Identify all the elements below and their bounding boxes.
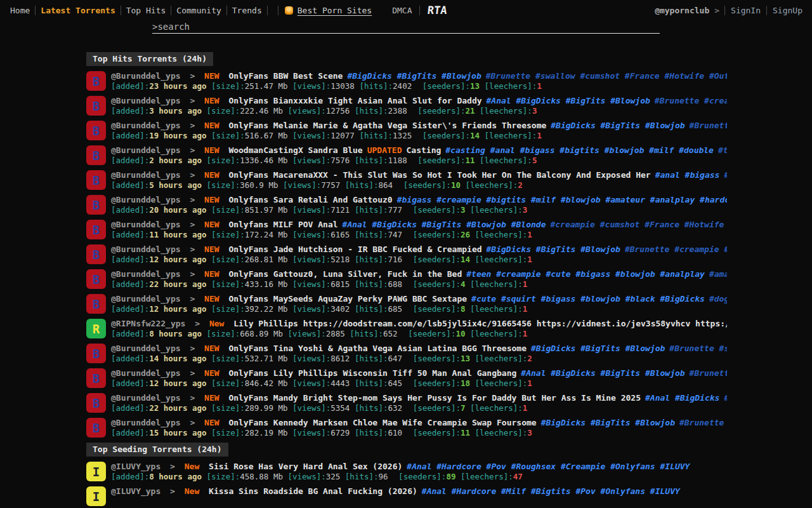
uploader-username[interactable]: @Burunddel_yps xyxy=(111,121,181,130)
uploader-username[interactable]: @Burunddel_yps xyxy=(111,269,181,279)
best-porn-sites-link[interactable]: Best Porn Sites xyxy=(278,6,378,15)
torrent-tags[interactable]: #Brunette #creampie #France #… xyxy=(625,244,727,254)
torrent-title[interactable]: Onlyfans Sara Retali And Gattouz0 xyxy=(228,195,392,204)
uploader-username[interactable]: @Burunddel_yps xyxy=(111,220,181,229)
meta-value: 645 xyxy=(388,378,403,388)
torrent-tags[interactable]: #Anal #BigDicks #BigTits #Blowjob xyxy=(521,368,684,378)
uploader-avatar[interactable]: B xyxy=(86,244,106,264)
nav-latest-torrents[interactable]: Latest Torrents xyxy=(36,6,120,15)
torrent-tags[interactable]: #Anal #BigDicks xyxy=(645,393,719,403)
torrent-tags[interactable]: #Brunette #creampie #cu… xyxy=(655,96,727,105)
uploader-avatar[interactable]: B xyxy=(86,145,106,165)
torrent-title[interactable]: OnlyFans Jade Hutchison - IR BBC Fucked … xyxy=(228,244,481,254)
uploader-username[interactable]: @Burunddel_yps xyxy=(111,195,181,204)
meta-label: [size]: xyxy=(207,329,240,338)
torrent-title[interactable]: Onlyfans MaySeeds AquaZay Perky PAWG BBC… xyxy=(228,294,467,304)
uploader-avatar[interactable]: I xyxy=(86,462,106,481)
torrent-title[interactable]: Kissa Sins Roadside BG Anal Fucking (202… xyxy=(209,486,417,496)
torrent-tags[interactable]: #Brunette #swallow #cumshot #France #Hot… xyxy=(486,71,727,81)
uploader-username[interactable]: @Burunddel_yps xyxy=(111,393,181,403)
torrent-tags[interactable]: #cute #squirt #bigass #blowjob #black #B… xyxy=(471,294,705,304)
torrent-title[interactable]: OnlyFans Kennedy Marksen Chloe Mae Wife … xyxy=(228,418,536,427)
uploader-username[interactable]: @ILUVY_yps xyxy=(111,462,160,471)
uploader-username[interactable]: @Burunddel_yps xyxy=(111,170,181,180)
account-menu[interactable]: @mypornclub xyxy=(650,6,714,15)
uploader-avatar[interactable]: B xyxy=(86,294,106,314)
torrent-title[interactable]: OnlyFans Mandy Bright Step-mom Says Her … xyxy=(228,393,641,403)
section-rows: B @Burunddel_yps > NEW OnlyFans BBW Best… xyxy=(86,71,727,438)
nav-home[interactable]: Home xyxy=(5,6,35,15)
torrent-lines: @Burunddel_yps > NEW OnlyFans Tina Yoshi… xyxy=(111,344,727,364)
torrent-tags[interactable]: #BigDicks #BigTits #Blowjob xyxy=(531,344,665,353)
nav-community[interactable]: Community xyxy=(171,6,226,15)
uploader-username[interactable]: @Burunddel_yps xyxy=(111,71,181,81)
uploader-avatar[interactable]: B xyxy=(86,195,106,215)
torrent-tags[interactable]: #casting #anal #bigass #bigtits #blowjob… xyxy=(445,145,714,155)
uploader-avatar[interactable]: B xyxy=(86,393,106,413)
torrent-tags[interactable]: #BigDicks #BigTits #Blowjob xyxy=(347,71,481,81)
uploader-avatar[interactable]: B xyxy=(86,269,106,289)
uploader-avatar[interactable]: B xyxy=(86,170,106,190)
torrent-title[interactable]: Lily Phillips https://doodstream.com/e/l… xyxy=(233,319,727,328)
uploader-username[interactable]: @Burunddel_yps xyxy=(111,145,181,155)
nav-trends[interactable]: Trends xyxy=(227,6,267,15)
uploader-avatar[interactable]: B xyxy=(86,96,106,116)
torrent-title[interactable]: OnlyFans MacarenaXXX - This Slut Was So … xyxy=(228,170,650,180)
uploader-username[interactable]: @Burunddel_yps xyxy=(111,344,181,353)
torrent-tags[interactable]: #Brunette #swall… xyxy=(690,368,727,378)
uploader-avatar[interactable]: B xyxy=(86,418,106,438)
signup-link[interactable]: SignUp xyxy=(767,6,808,15)
torrent-title[interactable]: OnlyFans BBW Best Scene xyxy=(228,71,343,81)
torrent-title[interactable]: WoodmanCastingX Sandra Blue xyxy=(228,145,362,155)
uploader-avatar[interactable]: B xyxy=(86,368,106,388)
torrent-lines: @Burunddel_yps > NEW OnlyFans Bianxxxkie… xyxy=(111,96,727,116)
torrent-tags[interactable]: #Brunette #swall… xyxy=(690,121,727,130)
torrent-tags[interactable]: #Anal #BigDicks #BigTits #Blowjob xyxy=(487,96,650,105)
torrent-tags[interactable]: #Anal #BigDicks #BigTits #Blowjob #Blond… xyxy=(343,220,546,229)
torrent-tags[interactable]: #interrac… xyxy=(724,170,727,180)
torrent-tags[interactable]: #BigDicks #BigTits #Blowjob xyxy=(541,418,675,427)
dmca-link[interactable]: DMCA xyxy=(378,6,419,15)
uploader-avatar[interactable]: B xyxy=(86,344,106,363)
torrent-tags[interactable]: #amateur #ha… xyxy=(709,269,727,279)
torrent-tags[interactable]: #BigTits … xyxy=(724,393,727,403)
uploader-username[interactable]: @Burunddel_yps xyxy=(111,368,181,378)
torrent-tags[interactable]: #Anal #Hardcore #Pov #Roughsex #Creampie… xyxy=(407,462,690,471)
torrent-tags[interactable]: #doggystyle … xyxy=(709,294,727,304)
uploader-username[interactable]: @Burunddel_yps xyxy=(111,96,181,105)
torrent-tags[interactable]: #Anal #Hardcore #Milf #Bigtits #Pov #Onl… xyxy=(422,486,680,496)
torrent-title[interactable]: OnlyFans Gattouz0, Luna Silver, Fuck in … xyxy=(228,269,462,279)
signin-link[interactable]: SignIn xyxy=(725,6,766,15)
torrent-title[interactable]: OnlyFans Bianxxxkie Tight Asian Anal Slu… xyxy=(228,96,481,105)
torrent-tags[interactable]: #threesome… xyxy=(718,145,727,155)
search-input[interactable] xyxy=(157,22,639,32)
uploader-avatar[interactable]: B xyxy=(86,71,106,91)
torrent-title[interactable]: Sisi Rose Has Very Hard Anal Sex (2026) xyxy=(209,462,402,471)
torrent-tags[interactable]: #anal #bigass xyxy=(655,170,720,180)
meta-value: 11 xyxy=(465,156,475,165)
torrent-tags[interactable]: #Brunette #swallow… xyxy=(679,418,727,427)
torrent-tags[interactable]: #bigass #creampie #bigtits #milf #blowjo… xyxy=(397,195,727,204)
torrent-title[interactable]: Casting xyxy=(407,145,442,155)
meta-value: 1 xyxy=(527,255,532,264)
torrent-tags[interactable]: #Brunette #swallow #… xyxy=(669,344,727,353)
uploader-username[interactable]: @Burunddel_yps xyxy=(111,418,181,427)
rta-logo[interactable]: RTA xyxy=(419,4,452,17)
uploader-avatar[interactable]: I xyxy=(86,486,106,506)
torrent-tags[interactable]: #BigDicks #BigTits #Blowjob xyxy=(551,121,684,130)
torrent-tags[interactable]: #BigDicks #BigTits #Blowjob xyxy=(487,244,620,254)
uploader-username[interactable]: @ILUVY_yps xyxy=(111,486,160,496)
uploader-username[interactable]: @RIPNsfw222_yps xyxy=(111,319,185,328)
torrent-title[interactable]: OnlyFans Lily Phillips Wisconsin Tiff 50… xyxy=(228,368,516,378)
nav-top-hits[interactable]: Top Hits xyxy=(121,6,171,15)
torrent-title[interactable]: OnlyFans Tina Yoshi & Agatha Vega Asian … xyxy=(228,344,527,353)
uploader-username[interactable]: @Burunddel_yps xyxy=(111,244,181,254)
uploader-username[interactable]: @Burunddel_yps xyxy=(111,294,181,304)
torrent-title[interactable]: Onlyfans MILF POV Anal xyxy=(228,220,337,229)
uploader-avatar[interactable]: R xyxy=(86,319,106,338)
uploader-avatar[interactable]: B xyxy=(86,220,106,239)
torrent-tags[interactable]: #creampie #cumshot #France #Hotwife #lin… xyxy=(550,220,727,229)
torrent-tags[interactable]: #teen #creampie #cute #bigass #blowjob #… xyxy=(466,269,705,279)
torrent-title[interactable]: OnlyFans Melanie Marie & Agatha Vega Sis… xyxy=(228,121,546,130)
uploader-avatar[interactable]: B xyxy=(86,121,106,140)
